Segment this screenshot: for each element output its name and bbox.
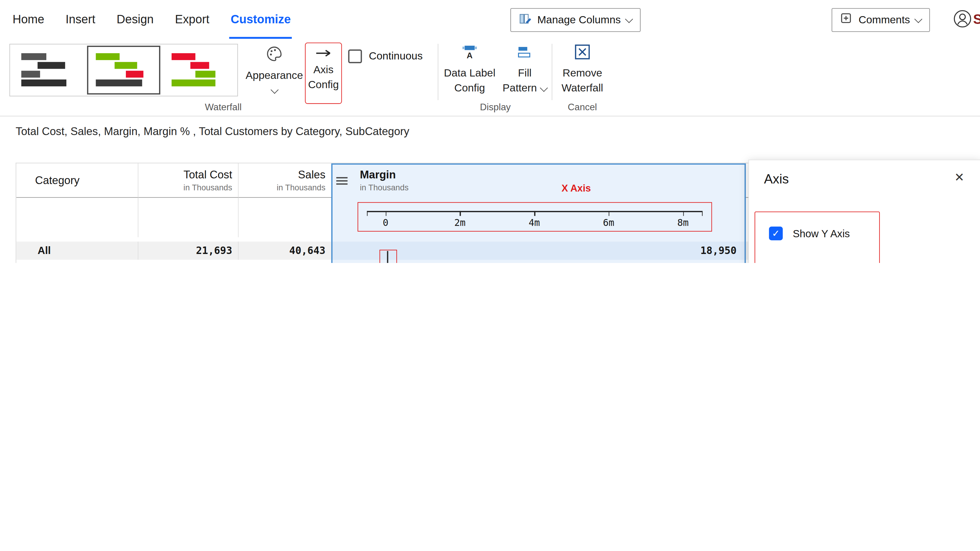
axis-panel-title: Axis xyxy=(764,171,789,186)
axis-config-label-2: Config xyxy=(308,78,339,93)
menubar: HomeInsertDesignExportCustomize Manage C… xyxy=(0,0,980,39)
remove-x-icon xyxy=(574,44,590,64)
category-header: Category xyxy=(16,164,138,198)
checkbox-checked-icon[interactable]: ✓ xyxy=(769,227,783,240)
total-cost-header: Total Cost in Thousands xyxy=(138,164,239,198)
chevron-down-icon xyxy=(540,84,548,92)
fill-pattern-label-2: Pattern xyxy=(503,81,537,95)
remove-waterfall-button[interactable]: Remove Waterfall xyxy=(555,43,610,95)
fill-pattern-button[interactable]: Fill Pattern xyxy=(500,43,550,95)
axis-panel: Axis ✕ ✓Show Y Axis✓Show X AxisHide Tick… xyxy=(748,160,980,263)
axis-config-button[interactable]: Axis Config xyxy=(305,43,342,104)
margin-chart-header: Margin in Thousands X Axis xyxy=(331,164,745,198)
sales-cell: 40,643 xyxy=(239,242,331,260)
manage-columns-label: Manage Columns xyxy=(537,14,620,26)
ribbon-group-label-waterfall: Waterfall xyxy=(9,101,437,112)
appearance-label: Appearance xyxy=(245,68,303,83)
x-axis-tick-label: 6m xyxy=(603,217,614,229)
waterfall-style-gray[interactable] xyxy=(11,46,84,94)
remove-waterfall-label-1: Remove xyxy=(563,66,602,81)
svg-text:A: A xyxy=(467,51,473,60)
chart-cell[interactable]: 18,950 xyxy=(331,242,745,260)
x-axis-tick-label: 4m xyxy=(528,217,540,229)
grand-total-label: 18,950 xyxy=(700,244,737,257)
x-axis-annotation: X Axis xyxy=(562,183,591,194)
sales-header: Sales in Thousands xyxy=(239,164,331,198)
continuous-label: Continuous xyxy=(369,50,423,63)
appearance-button[interactable]: Appearance xyxy=(246,43,302,93)
data-label-config-label-1: Data Label xyxy=(444,66,495,81)
x-axis-tick-label: 8m xyxy=(678,217,689,229)
waterfall-style-green-red-selected[interactable] xyxy=(87,46,160,94)
add-comment-icon xyxy=(840,12,853,28)
menu-item-customize[interactable]: Customize xyxy=(229,0,292,39)
clipped-edge-text: S xyxy=(973,11,980,27)
ribbon-divider xyxy=(552,44,552,100)
chevron-down-icon xyxy=(270,86,278,94)
palette-icon xyxy=(266,45,283,66)
checkbox-unchecked[interactable] xyxy=(348,49,362,63)
report-title: Total Cost, Sales, Margin, Margin % , To… xyxy=(16,125,409,138)
chart-subtitle: in Thousands xyxy=(360,183,409,192)
manage-columns-icon xyxy=(519,12,531,28)
fill-pattern-icon xyxy=(517,45,532,64)
menu-item-design[interactable]: Design xyxy=(115,0,155,39)
ribbon-group-label-display: Display xyxy=(438,101,552,112)
x-axis-tick-label: 2m xyxy=(454,217,466,229)
menu-item-home[interactable]: Home xyxy=(11,0,46,39)
right-arrow-icon xyxy=(314,48,333,61)
comments-label: Comments xyxy=(859,14,910,26)
x-axis-end-tick xyxy=(367,211,368,216)
x-axis-end-tick xyxy=(702,211,703,216)
category-cell: All xyxy=(16,242,138,260)
total-cost-cell: 21,693 xyxy=(138,242,239,260)
data-label-config-button[interactable]: A Data Label Config xyxy=(439,43,500,95)
comments-button[interactable]: Comments xyxy=(832,8,930,32)
data-label-config-label-2: Config xyxy=(454,81,485,95)
option-label: Show Y Axis xyxy=(793,227,850,239)
menu-item-insert[interactable]: Insert xyxy=(64,0,97,39)
chart-drag-handle-icon[interactable] xyxy=(336,175,347,186)
manage-columns-button[interactable]: Manage Columns xyxy=(510,8,641,32)
menu-item-export[interactable]: Export xyxy=(174,0,210,39)
x-axis-tick-label: 0 xyxy=(383,217,388,229)
waterfall-style-red-green[interactable] xyxy=(163,46,236,94)
ribbon-divider xyxy=(438,44,438,100)
chart-title: Margin xyxy=(360,168,396,181)
close-icon[interactable]: ✕ xyxy=(954,170,964,185)
fill-pattern-label-1: Fill xyxy=(518,66,531,81)
chevron-down-icon xyxy=(625,15,633,23)
user-avatar-icon[interactable] xyxy=(953,9,972,30)
x-axis-tick xyxy=(534,211,535,216)
x-axis-tick xyxy=(609,211,609,216)
show-y-axis-option[interactable]: ✓Show Y Axis xyxy=(769,225,850,241)
ribbon-group-label-cancel: Cancel xyxy=(552,101,612,112)
data-label-icon: A xyxy=(461,44,478,64)
waterfall-style-gallery xyxy=(9,44,238,97)
axis-config-label-1: Axis xyxy=(313,62,333,78)
x-axis-assembly: 02m4m6m8m xyxy=(331,198,745,237)
main-menu: HomeInsertDesignExportCustomize xyxy=(11,0,292,39)
app-window: HomeInsertDesignExportCustomize Manage C… xyxy=(0,0,980,263)
axis-options-group: ✓Show Y Axis✓Show X AxisHide Ticks xyxy=(754,211,880,263)
remove-waterfall-label-2: Waterfall xyxy=(562,81,603,95)
x-axis-tick xyxy=(386,211,387,216)
x-axis-tick xyxy=(683,211,684,216)
continuous-checkbox[interactable]: Continuous xyxy=(348,49,423,63)
chevron-down-icon xyxy=(915,15,923,23)
ribbon: Appearance Axis Config Continuous Waterf… xyxy=(0,39,980,116)
x-axis-tick xyxy=(460,211,461,216)
